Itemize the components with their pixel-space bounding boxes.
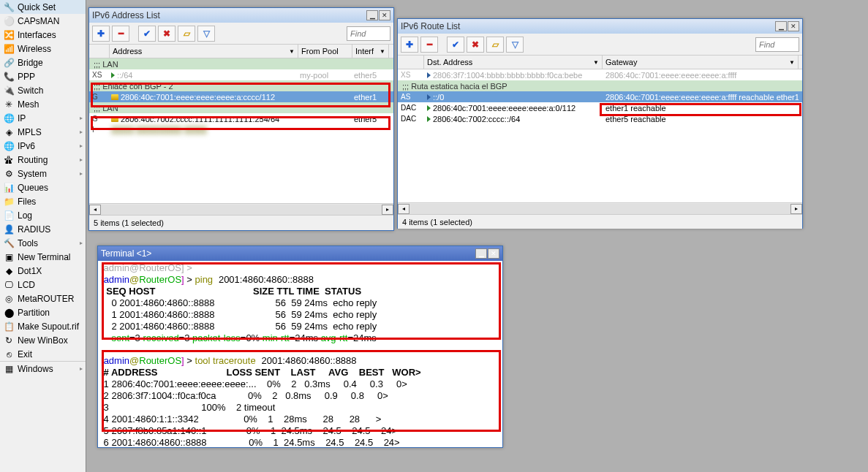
- enable-button[interactable]: ✔: [447, 37, 464, 53]
- sidebar-item-label: New Terminal: [18, 252, 70, 262]
- toolbar: ✚ ━ ✔ ✖ ▱ ▽: [89, 23, 393, 45]
- titlebar[interactable]: Terminal <1> ▁ ✕: [98, 246, 502, 261]
- sidebar-item-new-terminal[interactable]: ▣New Terminal: [0, 250, 86, 264]
- address-row[interactable]: G2806:40c:7002:cccc:1111:1111:1111:254/6…: [89, 113, 393, 124]
- h-scrollbar[interactable]: ◂ ▸: [89, 203, 393, 215]
- menu-icon: 🌐: [3, 140, 15, 152]
- menu-icon: 🔌: [3, 85, 15, 96]
- h-scrollbar[interactable]: ◂ ▸: [398, 202, 802, 214]
- terminal-output[interactable]: [admin@RouterOS] > [admin@RouterOS] > pi…: [98, 261, 502, 447]
- col-frompool[interactable]: From Pool: [298, 45, 352, 58]
- titlebar[interactable]: IPv6 Address List ▁ ✕: [89, 8, 393, 23]
- sidebar-item-capsman[interactable]: ⚪CAPsMAN: [0, 14, 86, 28]
- comment-row[interactable]: ;;; Ruta estatica hacia el BGP: [398, 80, 802, 91]
- comment-row[interactable]: ;;; Enlace con BGP - 2: [89, 80, 393, 91]
- sidebar-item-ip[interactable]: 🌐IP: [0, 111, 86, 125]
- sidebar-item-mpls[interactable]: ◈MPLS: [0, 125, 86, 139]
- scroll-right-button[interactable]: ▸: [790, 204, 802, 214]
- window-title: Terminal <1>: [101, 248, 475, 259]
- menu-icon: ⬤: [3, 307, 15, 319]
- add-button[interactable]: ✚: [92, 26, 110, 42]
- sidebar-item-make-supout-rif[interactable]: 📋Make Supout.rif: [0, 319, 86, 333]
- sidebar-item-partition[interactable]: ⬤Partition: [0, 305, 86, 319]
- scroll-left-button[interactable]: ◂: [89, 205, 101, 215]
- remove-button[interactable]: ━: [420, 37, 438, 53]
- sidebar-item-ppp[interactable]: 📞PPP: [0, 69, 86, 83]
- sidebar-item-bridge[interactable]: 🔗Bridge: [0, 56, 86, 69]
- sidebar-item-mesh[interactable]: ✳Mesh: [0, 97, 86, 111]
- sidebar-item-radius[interactable]: 👤RADIUS: [0, 222, 86, 236]
- sidebar-item-lcd[interactable]: 🖵LCD: [0, 278, 86, 292]
- col-address[interactable]: Address▼: [110, 45, 298, 58]
- col-gateway[interactable]: Gateway▼: [603, 56, 799, 69]
- titlebar[interactable]: IPv6 Route List ▁ ✕: [398, 19, 802, 34]
- sidebar-item-ipv6[interactable]: 🌐IPv6: [0, 139, 86, 153]
- filter-button[interactable]: ▽: [506, 37, 524, 53]
- sidebar-item-label: System: [18, 169, 47, 179]
- sidebar-item-label: Exit: [18, 349, 32, 359]
- sidebar-item-exit[interactable]: ⎋Exit: [0, 347, 86, 361]
- grid-header: Dst. Address▼ Gateway▼: [398, 56, 802, 69]
- find-input[interactable]: [347, 26, 390, 41]
- sidebar-item-queues[interactable]: 📊Queues: [0, 180, 86, 194]
- remove-button[interactable]: ━: [112, 26, 129, 42]
- route-row[interactable]: DAC2806:40c:7002:cccc::/64ether5 reachab…: [398, 113, 802, 124]
- close-button[interactable]: ✕: [488, 248, 499, 259]
- comment-button[interactable]: ▱: [178, 26, 195, 42]
- sidebar-item-routing[interactable]: 🛣Routing: [0, 153, 86, 167]
- sidebar-item-label: CAPsMAN: [18, 16, 59, 26]
- sidebar-item-label: Quick Set: [18, 2, 56, 12]
- address-row[interactable]: G2806:40c:7001:eeee:eeee:eeee:a:cccc/112…: [89, 91, 393, 102]
- comment-row[interactable]: ;;; LAN: [89, 58, 393, 69]
- filter-button[interactable]: ▽: [197, 26, 215, 42]
- route-row[interactable]: AS::/02806:40c:7001:eeee:eeee:eeee:a:fff…: [398, 91, 802, 102]
- sidebar-item-label: Files: [18, 197, 36, 207]
- menu-icon: 👤: [3, 224, 15, 235]
- menu-icon: 📶: [3, 43, 15, 55]
- route-row[interactable]: DAC2806:40c:7001:eeee:eeee:eeee:a:0/112e…: [398, 102, 802, 113]
- close-button[interactable]: ✕: [788, 21, 799, 31]
- enable-button[interactable]: ✔: [138, 26, 156, 42]
- minimize-button[interactable]: ▁: [775, 21, 787, 31]
- disable-button[interactable]: ✖: [467, 37, 484, 53]
- menu-icon: ◈: [3, 126, 15, 138]
- minimize-button[interactable]: ▁: [366, 10, 378, 20]
- menu-icon: 📊: [3, 182, 15, 194]
- sidebar-item-label: Tools: [18, 238, 38, 248]
- menu-icon: 📞: [3, 71, 15, 83]
- sidebar-item-windows[interactable]: ▦ Windows ▸: [0, 362, 86, 376]
- scroll-left-button[interactable]: ◂: [398, 204, 410, 214]
- sidebar-item-interfaces[interactable]: 🔀Interfaces: [0, 28, 86, 42]
- menu-icon: 📁: [3, 196, 15, 208]
- col-dst-address[interactable]: Dst. Address▼: [424, 56, 603, 69]
- scroll-right-button[interactable]: ▸: [382, 205, 393, 215]
- disable-button[interactable]: ✖: [158, 26, 176, 42]
- sidebar-item-label: Dot1X: [18, 266, 42, 276]
- sidebar-item-system[interactable]: ⚙System: [0, 167, 86, 180]
- menu-icon: 🔧: [3, 1, 15, 13]
- col-interface[interactable]: Interf▼: [352, 45, 389, 58]
- sidebar-item-switch[interactable]: 🔌Switch: [0, 83, 86, 97]
- sidebar-item-tools[interactable]: 🔨Tools: [0, 236, 86, 250]
- ipv6-route-list-window: IPv6 Route List ▁ ✕ ✚ ━ ✔ ✖ ▱ ▽ Dst. Add…: [397, 18, 803, 229]
- close-button[interactable]: ✕: [379, 10, 390, 20]
- menu-icon: 📋: [3, 321, 15, 332]
- window-title: IPv6 Route List: [401, 21, 774, 31]
- address-row[interactable]: I████ ████████ ████: [89, 124, 393, 135]
- sidebar-item-log[interactable]: 📄Log: [0, 208, 86, 222]
- route-row[interactable]: XS2806:3f7:1004:bbbb:bbbb:bbbb:f0ca:bebe…: [398, 69, 802, 80]
- minimize-button[interactable]: ▁: [475, 248, 487, 259]
- comment-row[interactable]: ;;; LAN: [89, 102, 393, 113]
- sidebar-item-files[interactable]: 📁Files: [0, 194, 86, 208]
- menu-icon: 🛣: [3, 154, 15, 166]
- comment-button[interactable]: ▱: [486, 37, 504, 53]
- sidebar-item-new-winbox[interactable]: ↻New WinBox: [0, 333, 86, 347]
- find-input[interactable]: [755, 37, 799, 52]
- sidebar-item-quick-set[interactable]: 🔧Quick Set: [0, 0, 86, 14]
- address-row[interactable]: XS::/64my-poolether5: [89, 69, 393, 80]
- sidebar-item-wireless[interactable]: 📶Wireless: [0, 42, 86, 56]
- sidebar-item-metarouter[interactable]: ◎MetaROUTER: [0, 292, 86, 305]
- add-button[interactable]: ✚: [401, 37, 418, 53]
- sidebar-item-label: LCD: [18, 280, 35, 290]
- sidebar-item-dot1x[interactable]: ◆Dot1X: [0, 264, 86, 278]
